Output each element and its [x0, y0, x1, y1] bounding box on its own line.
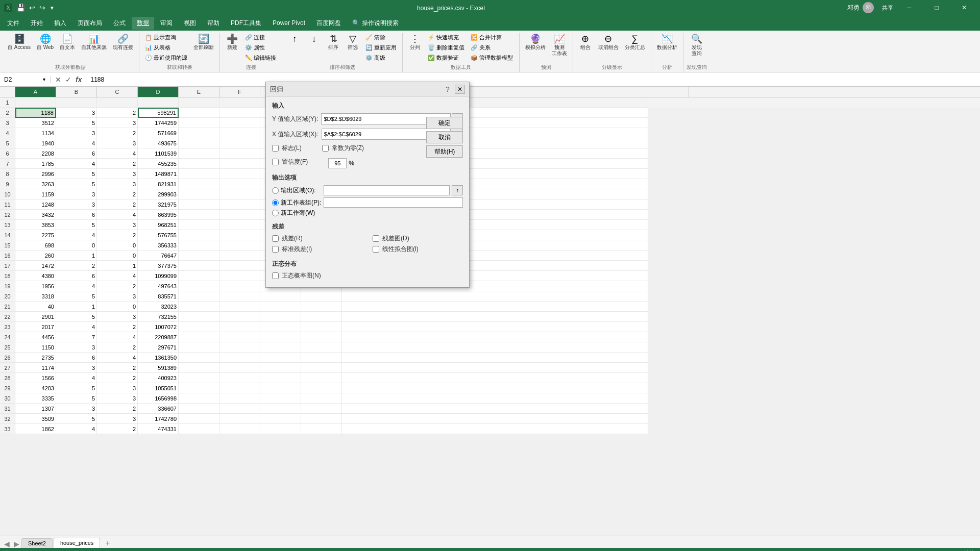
col-header-F[interactable]: F: [219, 87, 260, 97]
excel-icon: X: [4, 4, 12, 12]
dialog-help-icon[interactable]: ?: [443, 85, 453, 94]
label-checkbox[interactable]: [272, 145, 279, 152]
btn-ungroup[interactable]: ⊖ 取消组合: [596, 33, 621, 52]
cell-ref-dropdown[interactable]: ▼: [42, 77, 46, 82]
new-sheet-input[interactable]: [324, 197, 463, 208]
residual-plot-checkbox[interactable]: [373, 235, 379, 242]
quick-save[interactable]: 💾: [16, 4, 25, 12]
btn-refresh-all[interactable]: 🔄 全部刷新: [191, 33, 216, 52]
cancel-button[interactable]: 取消: [426, 131, 463, 143]
btn-data-analysis[interactable]: 📉 数据分析: [654, 33, 680, 52]
help-button[interactable]: 帮助(H): [426, 145, 463, 158]
tab-nav-right[interactable]: ▶: [12, 540, 21, 548]
quick-redo[interactable]: ↪: [39, 4, 45, 12]
btn-remove-dup[interactable]: 🗑️ 删除重复值: [425, 43, 467, 53]
btn-text[interactable]: 📄 自文本: [57, 33, 78, 52]
btn-group[interactable]: ⊕ 组合: [576, 33, 595, 52]
btn-relation[interactable]: 🔗 关系: [468, 43, 516, 53]
btn-filter[interactable]: ▽ 筛选: [344, 33, 362, 52]
restore-btn[interactable]: □: [925, 0, 948, 15]
btn-web[interactable]: 🌐 自 Web: [34, 33, 56, 52]
btn-sort[interactable]: ⇅ 排序: [324, 33, 342, 52]
btn-show-query[interactable]: 📋 显示查询: [142, 33, 190, 42]
regression-dialog[interactable]: 回归 ? ✕ 确定 取消 帮助(H) 输入 Y 值输入区域(Y): ↑: [265, 82, 470, 288]
sheet-tab-house-prices[interactable]: house_prices: [54, 538, 100, 548]
btn-discover[interactable]: 🔍 发现查询: [688, 33, 706, 58]
btn-existing-conn[interactable]: 🔗 现有连接: [110, 33, 136, 52]
btn-clear[interactable]: 🧹 清除: [363, 33, 399, 42]
menu-powerpivot[interactable]: Power Pivot: [267, 17, 310, 29]
btn-what-if[interactable]: 🔮 模拟分析: [523, 33, 548, 52]
btn-sort-asc[interactable]: ↑: [285, 33, 304, 46]
menu-pdf[interactable]: PDF工具集: [226, 17, 266, 30]
std-residual-checkbox[interactable]: [272, 246, 279, 253]
menu-baidu[interactable]: 百度网盘: [311, 17, 346, 30]
menu-home[interactable]: 开始: [26, 17, 48, 30]
confirm-icon[interactable]: ✓: [64, 74, 72, 85]
btn-edit-links[interactable]: ✏️ 编辑链接: [242, 53, 279, 63]
new-workbook-radio[interactable]: [272, 210, 279, 216]
btn-consolidate[interactable]: 🔀 合并计算: [468, 33, 516, 42]
zoom-in[interactable]: ＋: [926, 549, 932, 552]
btn-manage-model[interactable]: 📦 管理数据模型: [468, 53, 516, 63]
output-range-radio[interactable]: [272, 187, 279, 194]
btn-connections[interactable]: 🔗 连接: [242, 33, 279, 42]
line-fit-checkbox[interactable]: [373, 246, 379, 253]
new-sheet-radio[interactable]: [272, 199, 279, 206]
menu-insert[interactable]: 插入: [49, 17, 71, 30]
const-zero-checkbox[interactable]: [322, 145, 329, 152]
cancel-icon[interactable]: ✕: [54, 74, 62, 85]
normal-plot-checkbox[interactable]: [272, 272, 279, 279]
tab-nav-left[interactable]: ◀: [2, 540, 12, 548]
close-btn[interactable]: ✕: [952, 0, 976, 15]
function-icon[interactable]: fx: [75, 74, 83, 85]
btn-sort-desc[interactable]: ↓: [305, 33, 323, 46]
btn-subtotal[interactable]: ∑ 分类汇总: [622, 33, 648, 52]
confidence-checkbox[interactable]: [272, 159, 279, 165]
dialog-close-button[interactable]: ✕: [455, 85, 465, 94]
menu-search[interactable]: 🔍操作说明搜索: [347, 17, 404, 30]
output-range-input[interactable]: [324, 185, 450, 195]
menu-formula[interactable]: 公式: [108, 17, 131, 30]
btn-reapply[interactable]: 🔄 重新应用: [363, 43, 399, 53]
sheet-tab-sheet2[interactable]: Sheet2: [21, 538, 53, 548]
col-header-A[interactable]: A: [15, 87, 56, 97]
table-row: 31 1307 3 2 336607: [0, 404, 980, 414]
btn-data-validate[interactable]: ✅ 数据验证: [425, 53, 467, 63]
btn-other-sources[interactable]: 📊 自其他来源: [79, 33, 109, 52]
btn-new-connect[interactable]: ➕ 新建: [223, 33, 241, 52]
zoom-out[interactable]: －: [890, 549, 896, 552]
btn-properties[interactable]: ⚙️ 属性: [242, 43, 279, 53]
cell-reference-box[interactable]: D2 ▼: [0, 76, 51, 83]
confirm-button[interactable]: 确定: [426, 117, 463, 129]
col-header-B[interactable]: B: [56, 87, 97, 97]
menu-view[interactable]: 视图: [179, 17, 201, 30]
tab-add[interactable]: +: [103, 539, 112, 548]
menu-review[interactable]: 审阅: [155, 17, 178, 30]
col-header-C[interactable]: C: [97, 87, 138, 97]
quick-undo[interactable]: ↩: [29, 4, 35, 12]
output-range-selector[interactable]: ↑: [452, 185, 463, 195]
col-header-D[interactable]: D: [138, 87, 179, 97]
formula-input-area[interactable]: 1188: [86, 76, 980, 83]
col-header-E[interactable]: E: [179, 87, 219, 97]
btn-recent-sources[interactable]: 🕐 最近使用的源: [142, 53, 190, 63]
menu-data[interactable]: 数据: [132, 17, 154, 30]
residual-checkbox[interactable]: [272, 235, 279, 242]
dialog-title-bar[interactable]: 回归 ? ✕: [266, 82, 469, 96]
menu-layout[interactable]: 页面布局: [72, 17, 107, 30]
btn-split[interactable]: ⋮ 分列: [406, 33, 424, 52]
quick-customize[interactable]: ▼: [50, 5, 55, 11]
minimize-btn[interactable]: ─: [897, 0, 921, 15]
forecast-icon: 📈: [554, 34, 565, 43]
btn-forecast-sheet[interactable]: 📈 预测工作表: [549, 33, 570, 58]
btn-flash-fill[interactable]: ⚡ 快速填充: [425, 33, 467, 42]
table-row: 14 2275 4 2 576755: [0, 230, 980, 240]
confidence-value-input[interactable]: [328, 158, 347, 168]
btn-access[interactable]: 🗄️ 自 Access: [5, 33, 33, 52]
menu-help[interactable]: 帮助: [202, 17, 225, 30]
btn-advanced[interactable]: ⚙️ 高级: [363, 53, 399, 63]
menu-file[interactable]: 文件: [2, 17, 24, 30]
share-btn[interactable]: 共享: [882, 4, 893, 12]
btn-from-table[interactable]: 📊 从表格: [142, 43, 190, 53]
